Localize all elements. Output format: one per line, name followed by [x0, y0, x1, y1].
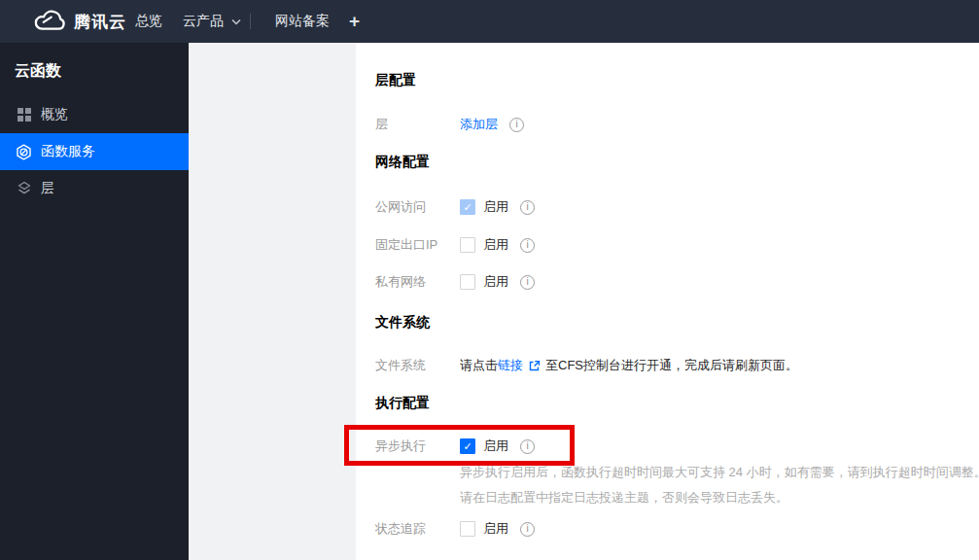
nav-item-icp-filing[interactable]: 网站备案: [275, 0, 330, 43]
row-label-layer: 层: [375, 116, 460, 133]
sidebar-title: 云函数: [15, 61, 61, 82]
cfs-link[interactable]: 链接: [498, 357, 523, 374]
function-icon: [16, 144, 32, 160]
nav-divider: [250, 14, 251, 29]
status-trace-checkbox[interactable]: [460, 521, 475, 537]
chevron-down-icon: [231, 18, 241, 25]
info-icon[interactable]: [520, 275, 535, 290]
row-label-async-execution: 异步执行: [375, 438, 460, 455]
grid-icon: [16, 107, 32, 123]
fixed-ip-checkbox[interactable]: [460, 237, 475, 253]
brand[interactable]: 腾讯云: [32, 0, 126, 43]
layers-icon: [16, 181, 32, 197]
async-execution-checkbox[interactable]: [460, 438, 475, 454]
info-icon[interactable]: [520, 522, 535, 537]
row-label-fixed-ip: 固定出口IP: [375, 236, 460, 254]
nav-item-cloud-products[interactable]: 云产品: [183, 0, 241, 43]
add-tab-button[interactable]: +: [349, 0, 360, 43]
row-label-public-access: 公网访问: [375, 198, 460, 216]
helper-line-1: 异步执行启用后，函数执行超时时间最大可支持 24 小时，如有需要，请到执行超时时…: [460, 460, 979, 485]
section-heading-execution-config: 执行配置: [375, 395, 430, 412]
checkbox-label: 启用: [483, 198, 508, 216]
secondary-panel: [189, 43, 356, 560]
nav-item-overview[interactable]: 总览: [135, 0, 162, 43]
info-icon[interactable]: [520, 238, 535, 253]
sidebar-item-label: 概览: [41, 106, 68, 123]
checkbox-label: 启用: [483, 520, 508, 538]
add-layer-link[interactable]: 添加层: [460, 116, 498, 133]
section-heading-layer-config: 层配置: [375, 72, 416, 89]
section-heading-network-config: 网络配置: [375, 154, 430, 171]
form-row-async-execution: 异步执行 启用: [375, 436, 535, 457]
form-row-fixed-ip: 固定出口IP 启用: [375, 234, 535, 256]
row-label-filesystem: 文件系统: [375, 357, 460, 374]
sidebar-menu: 概览 函数服务 层: [0, 96, 189, 207]
public-access-checkbox[interactable]: [460, 199, 475, 215]
sidebar-item-label: 层: [41, 180, 54, 197]
sidebar: 云函数 概览 函数服务: [0, 43, 189, 560]
section-heading-filesystem: 文件系统: [375, 314, 430, 332]
external-link-icon: [528, 360, 541, 372]
nav-item-cloud-products-label: 云产品: [183, 13, 224, 30]
sidebar-item-overview[interactable]: 概览: [0, 96, 189, 133]
filesystem-text-after: 至CFS控制台进行开通，完成后请刷新页面。: [545, 357, 798, 374]
helper-line-2: 请在日志配置中指定日志投递主题，否则会导致日志丢失。: [460, 485, 979, 510]
row-label-status-trace: 状态追踪: [375, 520, 460, 538]
form-row-status-trace: 状态追踪 启用: [375, 518, 535, 540]
async-execution-helper-text: 异步执行启用后，函数执行超时时间最大可支持 24 小时，如有需要，请到执行超时时…: [460, 460, 979, 510]
sidebar-item-layers[interactable]: 层: [0, 170, 189, 207]
form-row-public-access: 公网访问 启用: [375, 196, 535, 218]
info-icon[interactable]: [520, 439, 535, 454]
filesystem-text-before: 请点击: [460, 357, 498, 374]
row-label-vpc: 私有网络: [375, 273, 460, 291]
info-icon[interactable]: [509, 118, 524, 132]
checkbox-label: 启用: [483, 236, 508, 254]
tencent-cloud-logo-icon: [32, 10, 67, 34]
info-icon[interactable]: [520, 200, 535, 215]
checkbox-label: 启用: [483, 438, 508, 455]
sidebar-item-function-service[interactable]: 函数服务: [0, 133, 189, 170]
checkbox-label: 启用: [483, 273, 508, 291]
vpc-checkbox[interactable]: [460, 274, 475, 290]
form-row-layer: 层 添加层: [375, 114, 524, 135]
form-row-vpc: 私有网络 启用: [375, 271, 535, 293]
brand-label: 腾讯云: [74, 11, 126, 33]
top-navbar: 腾讯云 总览 云产品 网站备案 +: [0, 0, 979, 43]
sidebar-item-label: 函数服务: [41, 143, 95, 160]
form-row-filesystem: 文件系统 请点击 链接 至CFS控制台进行开通，完成后请刷新页面。: [375, 355, 798, 376]
